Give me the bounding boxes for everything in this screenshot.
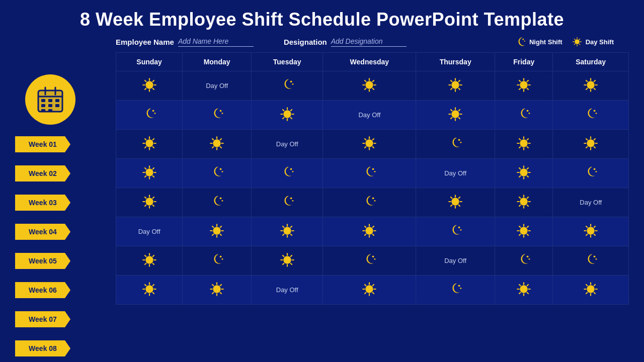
svg-line-152 (145, 176, 146, 177)
svg-line-134 (519, 147, 520, 148)
table-row: Day Off (116, 101, 629, 130)
schedule-cell (495, 159, 552, 188)
svg-rect-20 (48, 104, 52, 107)
svg-line-246 (586, 226, 587, 227)
svg-point-159 (520, 168, 528, 176)
svg-point-154 (222, 171, 223, 172)
schedule-cell (553, 159, 629, 188)
table-row: Day Off (116, 159, 629, 188)
svg-line-142 (594, 139, 595, 140)
svg-line-43 (365, 88, 366, 89)
schedule-cell (495, 188, 552, 217)
night-shift-moon-icon (515, 36, 526, 47)
svg-line-9 (579, 39, 580, 39)
schedule-cell (495, 101, 552, 130)
svg-line-60 (527, 80, 528, 81)
svg-line-89 (451, 110, 452, 111)
svg-line-42 (373, 80, 374, 81)
week-label-container: Week 04 (15, 217, 111, 246)
schedule-cell (495, 130, 552, 159)
schedule-cell (251, 188, 323, 217)
svg-line-111 (212, 139, 213, 140)
svg-line-58 (519, 80, 520, 81)
svg-point-304 (460, 288, 462, 289)
svg-line-167 (519, 176, 520, 177)
svg-line-133 (527, 139, 528, 140)
week-label: Week 02 (15, 165, 70, 182)
day-off-text: Day Off (444, 257, 466, 264)
svg-line-268 (290, 255, 291, 256)
svg-line-226 (365, 226, 366, 227)
week-label: Week 01 (15, 136, 70, 152)
svg-point-84 (452, 110, 459, 118)
schedule-table: SundayMondayTuesdayWednesdayThursdayFrid… (116, 52, 629, 305)
schedule-cell (116, 188, 183, 217)
table-row: Day Off (116, 276, 629, 305)
schedule-cell (495, 71, 552, 101)
svg-line-237 (519, 226, 520, 227)
svg-line-284 (145, 293, 146, 294)
svg-line-113 (220, 139, 221, 140)
schedule-cell (495, 276, 552, 305)
designation-field: Designation Add Designation (284, 37, 407, 47)
svg-line-267 (290, 263, 291, 264)
schedule-cell (251, 159, 323, 188)
svg-point-73 (220, 110, 222, 112)
svg-line-83 (283, 118, 284, 119)
svg-line-164 (519, 168, 520, 169)
svg-line-190 (451, 197, 452, 198)
svg-point-0 (522, 39, 524, 40)
svg-point-231 (460, 229, 462, 231)
svg-point-169 (596, 171, 597, 172)
schedule-cell (553, 101, 629, 130)
schedule-cell (116, 159, 183, 188)
day-header: Tuesday (251, 53, 323, 71)
svg-line-248 (594, 226, 595, 227)
svg-line-208 (212, 226, 213, 227)
svg-line-311 (527, 293, 528, 294)
svg-point-194 (520, 198, 528, 205)
svg-line-201 (527, 197, 528, 198)
week-label: Week 03 (15, 195, 70, 211)
schedule-cell (416, 276, 495, 305)
svg-line-319 (586, 285, 587, 286)
svg-line-266 (283, 255, 284, 256)
svg-line-132 (527, 147, 528, 148)
svg-line-30 (152, 88, 153, 89)
schedule-cell (183, 101, 252, 130)
svg-point-185 (452, 198, 459, 205)
schedule-cell (495, 217, 552, 246)
svg-line-193 (451, 205, 452, 206)
svg-line-302 (365, 293, 366, 294)
svg-line-240 (519, 234, 520, 235)
night-shift-legend: Night Shift (515, 36, 562, 47)
designation-value[interactable]: Add Designation (331, 37, 407, 47)
day-off-text: Day Off (276, 140, 298, 148)
employee-name-value[interactable]: Add Name Here (178, 37, 254, 47)
schedule-cell (116, 101, 183, 130)
svg-line-91 (459, 110, 460, 111)
svg-line-176 (152, 205, 153, 206)
svg-line-41 (373, 88, 374, 89)
schedule-cell (416, 71, 495, 101)
day-off-text: Day Off (276, 286, 298, 294)
schedule-cell (416, 130, 495, 159)
svg-point-272 (527, 255, 529, 257)
svg-point-24 (145, 81, 153, 88)
svg-line-281 (145, 285, 146, 286)
svg-line-151 (152, 168, 153, 169)
svg-point-124 (458, 139, 460, 141)
svg-point-156 (292, 171, 293, 172)
svg-point-93 (527, 110, 529, 112)
svg-line-210 (220, 226, 221, 227)
svg-line-67 (586, 80, 587, 81)
svg-line-293 (212, 293, 213, 294)
schedule-cell (183, 246, 252, 276)
svg-point-259 (220, 255, 222, 257)
svg-point-2 (575, 39, 580, 44)
svg-line-191 (459, 205, 460, 206)
schedule-cell (251, 101, 323, 130)
svg-point-53 (520, 81, 528, 88)
svg-line-199 (519, 197, 520, 198)
svg-point-72 (154, 113, 155, 114)
